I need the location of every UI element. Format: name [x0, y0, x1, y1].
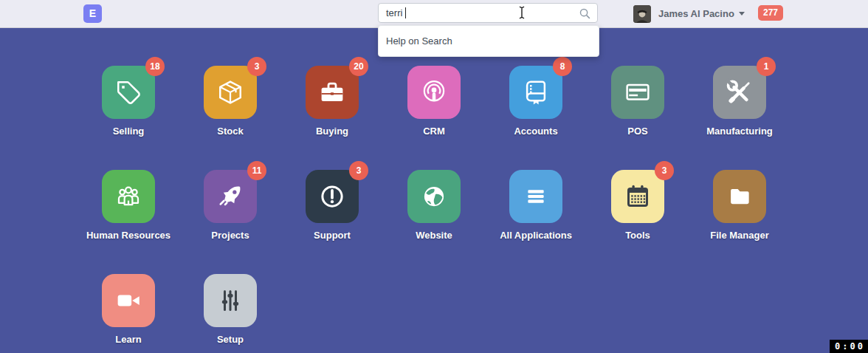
podcast-icon: [407, 66, 461, 119]
alert-icon: 3: [306, 170, 359, 223]
app-label: Setup: [217, 334, 244, 345]
app-tile-crm[interactable]: CRM: [383, 66, 485, 137]
calendar-icon: 3: [611, 170, 664, 223]
app-label: Selling: [113, 126, 145, 137]
search-dropdown: Help on Search: [378, 25, 599, 57]
app-tile-file-manager[interactable]: File Manager: [689, 170, 790, 241]
app-badge-count: 11: [247, 161, 266, 180]
chevron-down-icon: [739, 12, 745, 16]
app-badge-count: 20: [349, 57, 368, 76]
tag-icon: 18: [102, 66, 155, 119]
app-label: Tools: [625, 230, 650, 241]
app-logo[interactable]: E: [83, 4, 102, 23]
folder-icon: [713, 170, 766, 223]
app-tile-learn[interactable]: Learn: [78, 274, 179, 345]
app-tile-all-applications[interactable]: All Applications: [485, 170, 587, 241]
app-label: Manufacturing: [706, 126, 773, 137]
app-badge-count: 3: [349, 161, 368, 180]
app-badge-count: 3: [655, 161, 674, 180]
search-dropdown-item-help[interactable]: Help on Search: [379, 26, 599, 56]
app-label: Website: [416, 230, 452, 241]
briefcase-icon: 20: [306, 66, 359, 119]
app-badge-count: 8: [553, 57, 572, 76]
app-tile-human-resources[interactable]: Human Resources: [78, 170, 179, 241]
app-badge-count: 1: [757, 57, 776, 76]
app-grid-row: 18Selling3Stock20BuyingCRM8AccountsPOS1M…: [78, 66, 790, 137]
avatar: [633, 5, 651, 23]
app-badge-count: 3: [247, 57, 266, 76]
menu-icon: [509, 170, 562, 223]
app-tile-manufacturing[interactable]: 1Manufacturing: [689, 66, 790, 137]
rocket-icon: 11: [204, 170, 257, 223]
book-icon: 8: [509, 66, 562, 119]
app-tile-pos[interactable]: POS: [587, 66, 689, 137]
app-grid-row: LearnSetup: [78, 274, 790, 345]
user-menu[interactable]: James Al Pacino: [633, 4, 745, 23]
search-input[interactable]: terri: [378, 3, 598, 23]
sliders-icon: [204, 274, 257, 327]
app-tile-accounts[interactable]: 8Accounts: [485, 66, 587, 137]
app-tile-buying[interactable]: 20Buying: [281, 66, 383, 137]
app-label: Support: [314, 230, 351, 241]
search-value: terri: [386, 7, 402, 18]
text-caret: [405, 7, 406, 18]
app-grid-row: Human Resources11Projects3SupportWebsite…: [78, 170, 790, 241]
box-icon: 3: [204, 66, 257, 119]
app-label: Projects: [211, 230, 249, 241]
globe-icon: [407, 170, 461, 223]
app-label: All Applications: [500, 230, 572, 241]
app-label: Buying: [316, 126, 348, 137]
app-tile-setup[interactable]: Setup: [179, 274, 281, 345]
ibeam-cursor: [517, 4, 526, 21]
people-icon: [102, 170, 155, 223]
app-tile-projects[interactable]: 11Projects: [179, 170, 281, 241]
recording-timer: 0:00: [830, 340, 868, 353]
search-icon[interactable]: [579, 7, 591, 20]
app-tile-tools[interactable]: 3Tools: [587, 170, 689, 241]
tools-icon: 1: [713, 66, 766, 119]
video-icon: [102, 274, 155, 327]
notification-count-badge[interactable]: 277: [758, 5, 783, 21]
app-badge-count: 18: [145, 57, 165, 76]
credit-card-icon: [611, 66, 664, 119]
app-label: Accounts: [514, 126, 557, 137]
app-label: File Manager: [710, 230, 768, 241]
app-label: CRM: [423, 126, 445, 137]
app-tile-selling[interactable]: 18Selling: [78, 66, 179, 137]
navbar: E terri Help on Search James Al: [0, 0, 868, 28]
app-tile-stock[interactable]: 3Stock: [179, 66, 281, 137]
app-tile-support[interactable]: 3Support: [281, 170, 383, 241]
app-label: Learn: [115, 334, 141, 345]
app-label: Stock: [217, 126, 243, 137]
app-label: Human Resources: [86, 230, 170, 241]
app-label: POS: [627, 126, 647, 137]
user-name: James Al Pacino: [658, 8, 734, 19]
search-area: terri Help on Search: [378, 3, 598, 23]
app-tile-website[interactable]: Website: [383, 170, 485, 241]
